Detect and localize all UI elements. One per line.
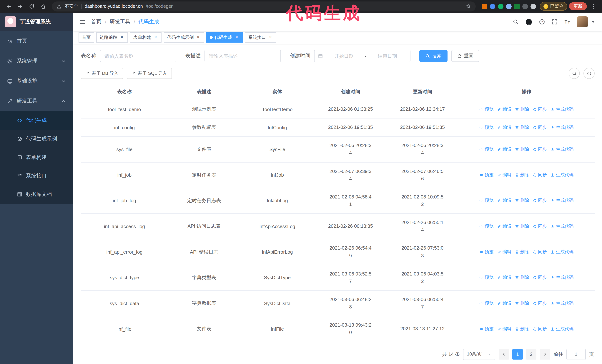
puzzle-icon[interactable] xyxy=(530,3,536,9)
action-delete[interactable]: 删除 xyxy=(515,275,529,281)
extension-icon[interactable] xyxy=(522,3,528,9)
table-name-input[interactable] xyxy=(100,50,176,62)
end-date-input[interactable] xyxy=(368,53,407,59)
tab-item[interactable]: 代码生成示例× xyxy=(164,32,204,42)
avatar[interactable] xyxy=(577,16,588,27)
back-button[interactable] xyxy=(4,1,13,11)
fullscreen-icon[interactable] xyxy=(552,19,558,25)
action-download[interactable]: 生成代码 xyxy=(550,146,573,153)
action-sync[interactable]: 同步 xyxy=(533,326,547,332)
action-download[interactable]: 生成代码 xyxy=(550,124,573,131)
date-range-picker[interactable]: - xyxy=(314,50,410,62)
action-delete[interactable]: 删除 xyxy=(515,106,529,112)
sidebar-item[interactable]: 系统管理 xyxy=(0,51,73,71)
action-edit[interactable]: 编辑 xyxy=(497,326,511,332)
action-delete[interactable]: 删除 xyxy=(515,198,529,204)
refresh-table-button[interactable] xyxy=(583,68,595,79)
action-sync[interactable]: 同步 xyxy=(533,106,547,112)
action-download[interactable]: 生成代码 xyxy=(550,172,573,178)
sidebar-logo[interactable]: 芋道管理系统 xyxy=(0,13,73,31)
action-eye[interactable]: 预览 xyxy=(479,326,494,332)
breadcrumb-item[interactable]: 首页 xyxy=(91,19,101,25)
sidebar-subitem[interactable]: 代码生成示例 xyxy=(0,130,73,148)
action-sync[interactable]: 同步 xyxy=(533,275,547,281)
close-icon[interactable]: × xyxy=(119,35,124,40)
profile-paused-badge[interactable]: 已暂停 xyxy=(540,2,567,11)
action-edit[interactable]: 编辑 xyxy=(497,249,511,255)
start-date-input[interactable] xyxy=(324,53,363,59)
next-page-button[interactable] xyxy=(540,349,550,359)
action-edit[interactable]: 编辑 xyxy=(497,124,511,131)
tab-item[interactable]: 代码生成× xyxy=(206,32,243,42)
extension-icon[interactable] xyxy=(514,3,520,9)
breadcrumb-item[interactable]: 研发工具 xyxy=(110,19,130,25)
update-button[interactable]: 更新 xyxy=(569,2,587,10)
sidebar-subitem[interactable]: 系统接口 xyxy=(0,167,73,185)
action-eye[interactable]: 预览 xyxy=(479,124,494,131)
page-number[interactable]: 2 xyxy=(526,349,537,359)
action-sync[interactable]: 同步 xyxy=(533,172,547,178)
action-sync[interactable]: 同步 xyxy=(533,223,547,229)
table-desc-input[interactable] xyxy=(204,50,281,62)
action-edit[interactable]: 编辑 xyxy=(497,300,511,306)
close-icon[interactable]: × xyxy=(234,35,239,40)
browser-menu-kebab-icon[interactable] xyxy=(589,1,598,11)
breadcrumb-item[interactable]: 代码生成 xyxy=(139,19,159,25)
search-icon[interactable] xyxy=(513,19,519,25)
help-icon[interactable] xyxy=(539,19,545,25)
github-icon[interactable] xyxy=(525,18,532,25)
sidebar-item[interactable]: 首页 xyxy=(0,31,73,51)
sidebar-item[interactable]: 基础设施 xyxy=(0,71,73,91)
sidebar-subitem[interactable]: 表单构建 xyxy=(0,148,73,167)
extension-icon[interactable] xyxy=(482,3,487,9)
font-size-icon[interactable] xyxy=(564,19,570,25)
action-eye[interactable]: 预览 xyxy=(479,275,494,281)
action-delete[interactable]: 删除 xyxy=(515,249,529,255)
action-eye[interactable]: 预览 xyxy=(479,300,494,306)
action-download[interactable]: 生成代码 xyxy=(550,106,573,112)
action-download[interactable]: 生成代码 xyxy=(550,249,573,255)
action-download[interactable]: 生成代码 xyxy=(550,198,573,204)
action-eye[interactable]: 预览 xyxy=(479,223,494,229)
tab-item[interactable]: 链路追踪× xyxy=(96,32,128,42)
extension-icon[interactable] xyxy=(498,3,504,9)
action-eye[interactable]: 预览 xyxy=(479,249,494,255)
home-button[interactable] xyxy=(38,1,48,11)
page-size-select[interactable]: 10条/页 xyxy=(463,349,495,360)
action-delete[interactable]: 删除 xyxy=(515,326,529,332)
sidebar-subitem[interactable]: 数据库文档 xyxy=(0,185,73,204)
action-sync[interactable]: 同步 xyxy=(533,300,547,306)
action-delete[interactable]: 删除 xyxy=(515,300,529,306)
search-button[interactable]: 搜索 xyxy=(419,50,448,62)
action-download[interactable]: 生成代码 xyxy=(550,275,573,281)
action-edit[interactable]: 编辑 xyxy=(497,172,511,178)
action-download[interactable]: 生成代码 xyxy=(550,223,573,229)
action-edit[interactable]: 编辑 xyxy=(497,275,511,281)
user-menu[interactable] xyxy=(577,16,596,27)
forward-button[interactable] xyxy=(15,1,25,11)
action-sync[interactable]: 同步 xyxy=(533,249,547,255)
bookmark-star-icon[interactable] xyxy=(466,4,471,9)
action-delete[interactable]: 删除 xyxy=(515,172,529,178)
tab-item[interactable]: 系统接口× xyxy=(245,32,276,42)
action-download[interactable]: 生成代码 xyxy=(550,326,573,332)
goto-page-input[interactable] xyxy=(566,349,586,360)
action-delete[interactable]: 删除 xyxy=(515,146,529,153)
toggle-search-button[interactable] xyxy=(569,68,580,79)
extension-icon[interactable] xyxy=(506,3,512,9)
action-sync[interactable]: 同步 xyxy=(533,198,547,204)
action-eye[interactable]: 预览 xyxy=(479,106,494,112)
action-edit[interactable]: 编辑 xyxy=(497,106,511,112)
import-sql-button[interactable]: 基于 SQL 导入 xyxy=(127,68,172,79)
close-icon[interactable]: × xyxy=(153,35,158,40)
address-bar[interactable]: 不安全 dashboard.yudao.iocoder.cn/tool/code… xyxy=(52,1,476,11)
action-edit[interactable]: 编辑 xyxy=(497,198,511,204)
action-download[interactable]: 生成代码 xyxy=(550,300,573,306)
action-delete[interactable]: 删除 xyxy=(515,223,529,229)
action-eye[interactable]: 预览 xyxy=(479,172,494,178)
sidebar-item[interactable]: 研发工具 xyxy=(0,91,73,111)
page-number[interactable]: 1 xyxy=(512,349,523,359)
action-edit[interactable]: 编辑 xyxy=(497,146,511,153)
action-eye[interactable]: 预览 xyxy=(479,146,494,153)
action-edit[interactable]: 编辑 xyxy=(497,223,511,229)
